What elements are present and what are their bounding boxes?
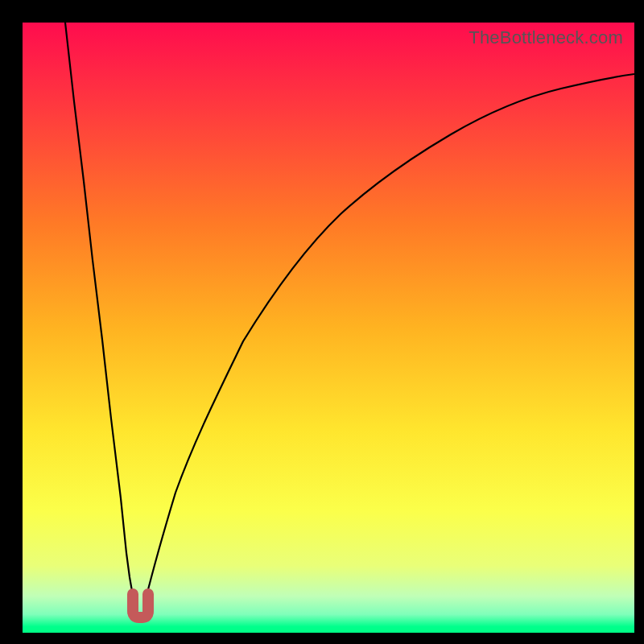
- curve-left-branch: [65, 23, 136, 602]
- chart-svg: [23, 23, 634, 633]
- plot-area: TheBottleneck.com: [23, 23, 634, 633]
- curve-right-branch: [145, 74, 634, 602]
- chart-frame: TheBottleneck.com: [0, 0, 644, 644]
- trough-marker: [133, 594, 148, 617]
